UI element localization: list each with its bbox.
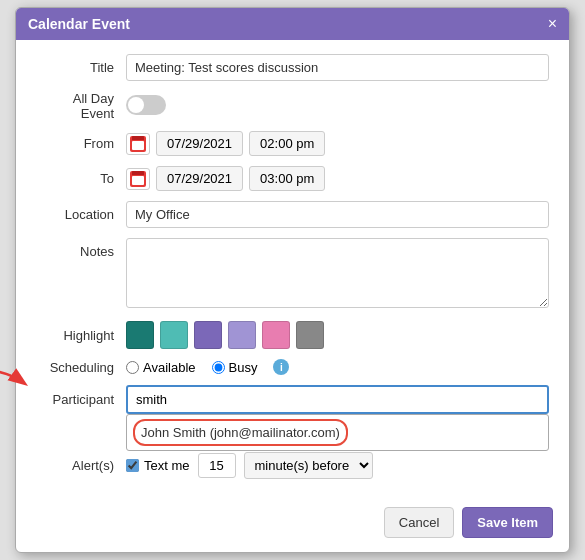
notes-label: Notes: [36, 238, 126, 259]
location-input[interactable]: [126, 201, 549, 228]
title-row: Title: [36, 54, 549, 81]
participant-control: John Smith (john@mailinator.com): [126, 385, 549, 414]
notes-row: Notes: [36, 238, 549, 311]
scheduling-row: Scheduling Available Busy i: [36, 359, 549, 375]
info-icon[interactable]: i: [273, 359, 289, 375]
all-day-label: All Day Event: [36, 91, 126, 121]
title-control: [126, 54, 549, 81]
dialog-body: Title All Day Event From 07/29/2021: [16, 40, 569, 499]
swatch-pink[interactable]: [262, 321, 290, 349]
participant-input[interactable]: [126, 385, 549, 414]
location-label: Location: [36, 207, 126, 222]
calendar-graphic: [130, 136, 146, 152]
swatch-teal-dark[interactable]: [126, 321, 154, 349]
to-time-button[interactable]: 03:00 pm: [249, 166, 325, 191]
busy-radio-label[interactable]: Busy: [212, 360, 258, 375]
calendar-event-dialog: Calendar Event × Title All Day Event Fro…: [15, 7, 570, 553]
toggle-slider: [126, 95, 166, 115]
dialog-title: Calendar Event: [28, 16, 130, 32]
text-me-label: Text me: [144, 458, 190, 473]
all-day-toggle[interactable]: [126, 95, 166, 115]
all-day-row: All Day Event: [36, 91, 549, 121]
scheduling-control: Available Busy i: [126, 359, 549, 375]
to-control: 07/29/2021 03:00 pm: [126, 166, 549, 191]
all-day-control: [126, 95, 549, 118]
title-label: Title: [36, 60, 126, 75]
highlight-label: Highlight: [36, 328, 126, 343]
calendar-graphic-2: [130, 171, 146, 187]
alert-timing-select[interactable]: minute(s) beforehour(s) beforeday(s) bef…: [244, 452, 373, 479]
swatch-gray[interactable]: [296, 321, 324, 349]
save-button[interactable]: Save Item: [462, 507, 553, 538]
available-radio-label[interactable]: Available: [126, 360, 196, 375]
participant-label: Participant: [36, 392, 126, 407]
from-time-button[interactable]: 02:00 pm: [249, 131, 325, 156]
alerts-row: Alert(s) Text me minute(s) beforehour(s)…: [36, 452, 549, 479]
swatch-purple[interactable]: [194, 321, 222, 349]
alerts-control: Text me minute(s) beforehour(s) beforeda…: [126, 452, 549, 479]
red-arrow-annotation: [0, 365, 31, 395]
from-date-button[interactable]: 07/29/2021: [156, 131, 243, 156]
scheduling-label: Scheduling: [36, 360, 126, 375]
to-calendar-icon[interactable]: [126, 168, 150, 190]
to-date-button[interactable]: 07/29/2021: [156, 166, 243, 191]
alerts-label: Alert(s): [36, 458, 126, 473]
swatch-teal-light[interactable]: [160, 321, 188, 349]
alert-number-input[interactable]: [198, 453, 236, 478]
from-calendar-icon[interactable]: [126, 133, 150, 155]
notes-control: [126, 238, 549, 311]
from-row: From 07/29/2021 02:00 pm: [36, 131, 549, 156]
text-me-checkbox-label[interactable]: Text me: [126, 458, 190, 473]
close-button[interactable]: ×: [548, 16, 557, 32]
from-label: From: [36, 136, 126, 151]
to-row: To 07/29/2021 03:00 pm: [36, 166, 549, 191]
cancel-button[interactable]: Cancel: [384, 507, 454, 538]
busy-label: Busy: [229, 360, 258, 375]
busy-radio[interactable]: [212, 361, 225, 374]
participant-suggestion[interactable]: John Smith (john@mailinator.com): [133, 419, 348, 446]
available-label: Available: [143, 360, 196, 375]
location-row: Location: [36, 201, 549, 228]
text-me-checkbox[interactable]: [126, 459, 139, 472]
participant-dropdown: John Smith (john@mailinator.com): [126, 414, 549, 451]
to-label: To: [36, 171, 126, 186]
swatch-purple-light[interactable]: [228, 321, 256, 349]
dialog-footer: Cancel Save Item: [16, 499, 569, 552]
from-control: 07/29/2021 02:00 pm: [126, 131, 549, 156]
participant-wrapper: John Smith (john@mailinator.com): [126, 385, 549, 414]
highlight-swatches: [126, 321, 549, 349]
dialog-header: Calendar Event ×: [16, 8, 569, 40]
participant-row: Participant John Smith (john@mailinator.…: [36, 385, 549, 414]
location-control: [126, 201, 549, 228]
highlight-row: Highlight: [36, 321, 549, 349]
available-radio[interactable]: [126, 361, 139, 374]
title-input[interactable]: [126, 54, 549, 81]
notes-textarea[interactable]: [126, 238, 549, 308]
